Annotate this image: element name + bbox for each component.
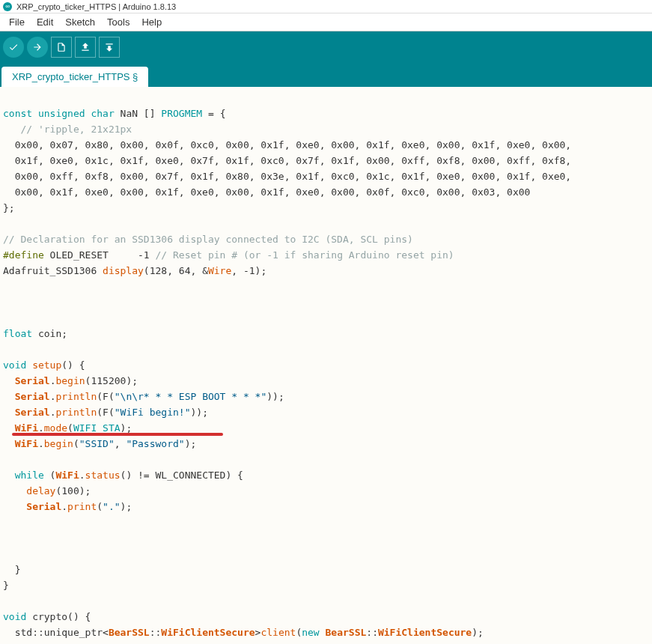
titlebar: ∞ XRP_crypto_ticker_HTTPS | Arduino 1.8.… (0, 0, 652, 13)
code-editor[interactable]: const unsigned char NaN [] PROGMEM = { /… (0, 87, 652, 644)
toolbar (0, 31, 652, 63)
menu-help[interactable]: Help (135, 15, 168, 29)
code-line: float coin; (3, 328, 67, 339)
arrow-right-icon (32, 42, 43, 52)
code-line: WiFi.mode(WIFI_STA); (3, 422, 132, 434)
code-line: void crypto() { (3, 611, 91, 622)
file-icon (56, 42, 67, 52)
highlight-underline (12, 433, 223, 436)
tab-sketch[interactable]: XRP_crypto_ticker_HTTPS § (1, 67, 148, 87)
open-button[interactable] (75, 37, 96, 58)
tabbar: XRP_crypto_ticker_HTTPS § (0, 63, 652, 87)
code-line: Serial.print("."); (3, 501, 132, 512)
code-line: WiFi.begin("SSID", "Password"); (3, 438, 196, 449)
titlebar-text: XRP_crypto_ticker_HTTPS | Arduino 1.8.13 (16, 2, 176, 11)
menubar: File Edit Sketch Tools Help (0, 13, 652, 31)
code-line: 0x00, 0x07, 0x80, 0x00, 0x0f, 0xc0, 0x00… (3, 139, 571, 151)
arrow-down-icon (104, 42, 115, 52)
code-line: 0x00, 0xff, 0xf8, 0x00, 0x7f, 0x1f, 0x80… (3, 171, 571, 182)
verify-button[interactable] (3, 37, 24, 58)
code-line: void setup() { (3, 359, 85, 371)
code-line: 0x1f, 0xe0, 0x1c, 0x1f, 0xe0, 0x7f, 0x1f… (3, 155, 571, 166)
code-line: Serial.begin(115200); (3, 375, 138, 386)
menu-edit[interactable]: Edit (31, 15, 59, 29)
menu-sketch[interactable]: Sketch (59, 15, 101, 29)
new-button[interactable] (51, 37, 72, 58)
code-line: // 'ripple, 21x21px (3, 124, 132, 135)
code-line: delay(100); (3, 485, 91, 496)
code-line: Serial.println(F("WiFi begin!")); (3, 407, 208, 418)
code-line: const unsigned char NaN [] PROGMEM = { (3, 108, 225, 119)
code-line: while (WiFi.status() != WL_CONNECTED) { (3, 470, 243, 481)
code-line: std::unique_ptr<BearSSL::WiFiClientSecur… (3, 627, 484, 638)
code-line: #define OLED_RESET -1 // Reset pin # (or… (3, 249, 454, 261)
code-line: 0x00, 0x1f, 0xe0, 0x00, 0x1f, 0xe0, 0x00… (3, 186, 530, 198)
code-line: Adafruit_SSD1306 display(128, 64, &Wire,… (3, 265, 266, 276)
code-line: } (3, 564, 20, 575)
code-line: // Declaration for an SSD1306 display co… (3, 234, 413, 245)
code-line: Serial.println(F("\n\r* * * ESP BOOT * *… (3, 391, 284, 402)
code-line: } (3, 580, 9, 591)
menu-file[interactable]: File (3, 15, 31, 29)
check-icon (8, 42, 19, 52)
save-button[interactable] (99, 37, 120, 58)
code-line: }; (3, 202, 15, 213)
arduino-logo-icon: ∞ (3, 2, 12, 11)
arrow-up-icon (80, 42, 91, 52)
menu-tools[interactable]: Tools (101, 15, 135, 29)
upload-button[interactable] (27, 37, 48, 58)
